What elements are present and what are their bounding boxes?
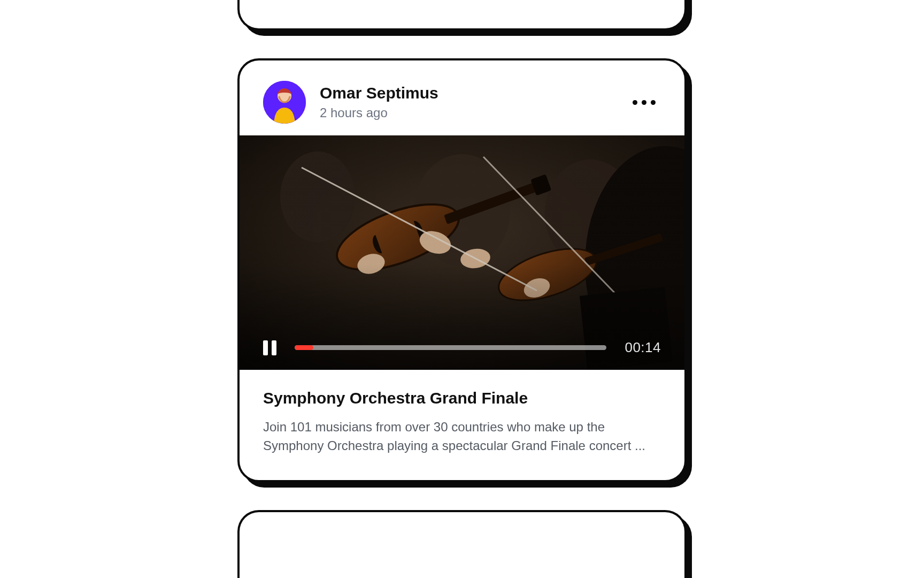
- feed-card-next: [237, 510, 687, 578]
- dots-icon: [642, 100, 646, 105]
- avatar-image: [263, 81, 306, 124]
- progress-fill: [295, 345, 313, 350]
- feed: Omar Septimus 2 hours ago: [0, 0, 924, 578]
- video-controls: 00:14: [263, 339, 661, 356]
- dots-icon: [651, 100, 656, 105]
- video-gradient-overlay: [240, 135, 684, 370]
- card-body: Symphony Orchestra Grand Finale Join 101…: [240, 370, 684, 480]
- author-avatar[interactable]: [263, 81, 306, 124]
- pause-icon: [263, 340, 268, 355]
- dots-icon: [633, 100, 637, 105]
- card-header: Omar Septimus 2 hours ago: [240, 60, 684, 135]
- feed-card: Omar Septimus 2 hours ago: [237, 58, 687, 482]
- post-title: Symphony Orchestra Grand Finale: [263, 389, 661, 407]
- post-timestamp: 2 hours ago: [320, 105, 613, 120]
- feed-card-previous: [237, 0, 687, 31]
- author-name: Omar Septimus: [320, 84, 613, 103]
- video-player[interactable]: 00:14: [240, 135, 684, 370]
- elapsed-time: 00:14: [625, 339, 661, 356]
- more-options-button[interactable]: [627, 95, 661, 110]
- pause-icon: [272, 340, 276, 355]
- progress-bar[interactable]: [295, 345, 606, 350]
- pause-button[interactable]: [263, 340, 276, 355]
- post-description: Join 101 musicians from over 30 countrie…: [263, 418, 661, 455]
- author-block: Omar Septimus 2 hours ago: [320, 84, 613, 121]
